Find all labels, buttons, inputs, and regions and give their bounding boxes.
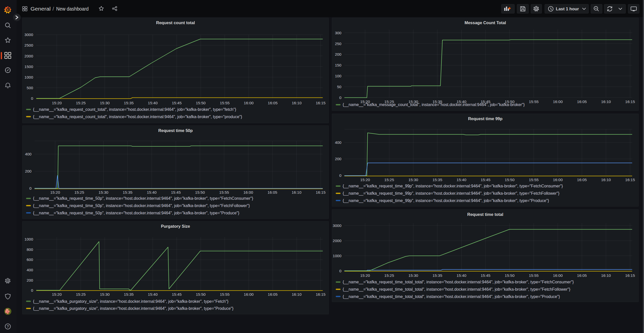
svg-text:Message Count Total: Message Count Total <box>465 20 506 25</box>
svg-text:2000: 2000 <box>24 54 33 58</box>
svg-text:{__name__="kafka_request_time_: {__name__="kafka_request_time_50p", inst… <box>33 211 240 215</box>
svg-text:15:30: 15:30 <box>100 101 110 105</box>
svg-text:16:05: 16:05 <box>577 99 587 104</box>
svg-text:15:35: 15:35 <box>124 292 134 296</box>
svg-text:15:50: 15:50 <box>196 101 206 105</box>
svg-text:16:05: 16:05 <box>268 190 277 194</box>
svg-text:16:05: 16:05 <box>268 292 278 296</box>
svg-text:200: 200 <box>27 278 33 282</box>
svg-text:{__name__="kafka_request_time_: {__name__="kafka_request_time_99p", inst… <box>343 184 563 188</box>
svg-text:15:55: 15:55 <box>220 292 230 296</box>
svg-text:16:10: 16:10 <box>601 178 611 182</box>
svg-text:15:25: 15:25 <box>76 101 86 105</box>
svg-text:150: 150 <box>335 63 341 67</box>
svg-text:1500: 1500 <box>24 64 33 69</box>
svg-text:100: 100 <box>335 74 341 78</box>
svg-text:15:20: 15:20 <box>52 292 62 296</box>
svg-text:General: General <box>30 6 51 12</box>
svg-text:15:25: 15:25 <box>384 273 394 278</box>
svg-text:1000: 1000 <box>24 75 33 79</box>
svg-text:15:25: 15:25 <box>76 292 86 296</box>
svg-text:15:55: 15:55 <box>529 178 539 182</box>
svg-text:15:20: 15:20 <box>50 190 60 194</box>
svg-text:0: 0 <box>339 269 341 273</box>
svg-text:{__name__="kafka_purgatory_siz: {__name__="kafka_purgatory_size", instan… <box>33 299 229 304</box>
svg-text:15:35: 15:35 <box>433 273 442 278</box>
svg-text:?: ? <box>7 324 9 328</box>
svg-text:15:55: 15:55 <box>529 99 539 104</box>
svg-text:{__name__="kafka_request_time_: {__name__="kafka_request_time_total_tota… <box>343 294 560 299</box>
svg-text:250: 250 <box>335 42 341 46</box>
svg-text:200: 200 <box>25 169 31 173</box>
svg-text:15:55: 15:55 <box>529 273 539 278</box>
svg-text:15:30: 15:30 <box>408 178 418 182</box>
svg-text:15:50: 15:50 <box>505 273 514 278</box>
svg-text:400: 400 <box>25 152 31 156</box>
svg-text:15:30: 15:30 <box>408 273 418 278</box>
svg-text:3000: 3000 <box>24 32 33 37</box>
svg-text:{__name__="kafka_request_time_: {__name__="kafka_request_time_99p", inst… <box>343 198 549 203</box>
svg-text:50: 50 <box>337 85 342 89</box>
svg-text:16:00: 16:00 <box>553 273 563 278</box>
svg-text:15:40: 15:40 <box>148 101 158 105</box>
svg-text:15:45: 15:45 <box>171 190 181 194</box>
svg-text:16:00: 16:00 <box>244 101 254 105</box>
svg-text:16:15: 16:15 <box>625 273 635 278</box>
svg-text:16:00: 16:00 <box>553 178 563 182</box>
svg-text:Request time total: Request time total <box>467 212 503 217</box>
svg-text:15:35: 15:35 <box>124 101 134 105</box>
svg-text:0: 0 <box>31 288 33 292</box>
svg-text:16:10: 16:10 <box>601 99 611 104</box>
svg-text:0: 0 <box>339 173 341 178</box>
svg-text:Purgatory Size: Purgatory Size <box>161 224 190 228</box>
svg-text:16:15: 16:15 <box>625 99 635 104</box>
svg-text:1000: 1000 <box>24 237 33 241</box>
svg-text:{__name__="kafka_request_count: {__name__="kafka_request_count_total", i… <box>33 114 242 119</box>
svg-text:16:00: 16:00 <box>244 292 254 296</box>
svg-text:16:15: 16:15 <box>625 178 635 182</box>
svg-text:15:30: 15:30 <box>99 190 108 194</box>
svg-text:/: / <box>53 6 54 12</box>
svg-text:{__name__="kafka_request_time_: {__name__="kafka_request_time_total_tota… <box>343 280 574 284</box>
svg-text:{__name__="kafka_purgatory_siz: {__name__="kafka_purgatory_size", instan… <box>33 306 234 311</box>
svg-text:16:05: 16:05 <box>577 273 587 278</box>
svg-text:15:35: 15:35 <box>433 178 442 182</box>
svg-text:Request count total: Request count total <box>156 20 195 25</box>
svg-text:{__name__="kafka_request_count: {__name__="kafka_request_count_total", i… <box>33 107 236 112</box>
svg-text:16:10: 16:10 <box>292 190 302 194</box>
svg-text:200: 200 <box>335 52 341 56</box>
svg-text:15:35: 15:35 <box>123 190 133 194</box>
svg-text:15:50: 15:50 <box>505 178 514 182</box>
svg-text:3000: 3000 <box>333 223 342 228</box>
svg-text:400: 400 <box>27 268 33 272</box>
svg-text:{__name__="kafka_message_count: {__name__="kafka_message_count_total", i… <box>343 102 525 107</box>
svg-text:15:20: 15:20 <box>360 178 370 182</box>
svg-text:16:05: 16:05 <box>268 101 278 105</box>
svg-text:300: 300 <box>335 31 341 35</box>
svg-text:15:40: 15:40 <box>147 190 157 194</box>
svg-text:16:15: 16:15 <box>316 101 326 105</box>
svg-text:200: 200 <box>335 157 341 161</box>
svg-text:15:25: 15:25 <box>74 190 84 194</box>
svg-text:15:20: 15:20 <box>52 101 62 105</box>
svg-text:16:15: 16:15 <box>316 190 326 194</box>
svg-text:New dashboard: New dashboard <box>56 6 89 11</box>
svg-text:0: 0 <box>339 95 341 100</box>
svg-text:15:45: 15:45 <box>481 178 491 182</box>
svg-text:15:25: 15:25 <box>384 178 394 182</box>
svg-text:Last 1 hour: Last 1 hour <box>556 7 579 11</box>
svg-text:{__name__="kafka_request_time_: {__name__="kafka_request_time_50p", inst… <box>33 203 250 208</box>
svg-text:16:00: 16:00 <box>243 190 253 194</box>
svg-text:500: 500 <box>27 86 33 90</box>
svg-text:600: 600 <box>27 257 33 262</box>
svg-text:2500: 2500 <box>24 43 33 47</box>
svg-text:{__name__="kafka_request_time_: {__name__="kafka_request_time_total_tota… <box>343 287 570 292</box>
svg-text:16:00: 16:00 <box>553 99 563 104</box>
svg-text:{__name__="kafka_request_time_: {__name__="kafka_request_time_99p", inst… <box>343 191 560 196</box>
svg-text:15:45: 15:45 <box>172 101 182 105</box>
svg-text:400: 400 <box>335 140 341 145</box>
svg-text:16:10: 16:10 <box>601 273 611 278</box>
svg-text:Request time 99p: Request time 99p <box>468 116 503 121</box>
svg-text:16:05: 16:05 <box>577 178 587 182</box>
svg-text:15:55: 15:55 <box>220 101 230 105</box>
